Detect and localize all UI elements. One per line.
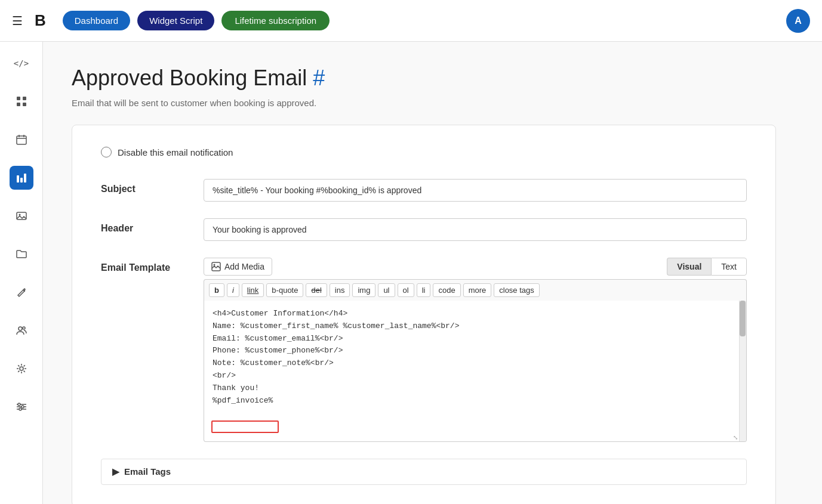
toolbar-ol[interactable]: ol [398, 283, 414, 297]
editor-textarea[interactable]: <h4>Customer Information</h4> Name: %cus… [204, 301, 746, 439]
visual-view-button[interactable]: Visual [667, 258, 711, 276]
avatar[interactable]: A [786, 9, 810, 33]
toolbar-ins[interactable]: ins [330, 283, 350, 297]
header-label: Header [101, 218, 184, 234]
toolbar-close-tags[interactable]: close tags [494, 283, 540, 297]
add-media-icon [211, 262, 221, 271]
email-tags-toggle-icon: ▶ [112, 466, 119, 477]
editor-body: <h4>Customer Information</h4> Name: %cus… [204, 301, 747, 442]
hamburger-icon[interactable]: ☰ [12, 14, 23, 28]
add-media-button[interactable]: Add Media [204, 258, 272, 276]
svg-rect-2 [17, 103, 20, 106]
sidebar-item-folder[interactable] [10, 242, 33, 266]
svg-point-13 [19, 327, 22, 330]
svg-point-15 [20, 367, 23, 370]
editor-scrollbar[interactable] [739, 301, 746, 441]
email-tags-toggle[interactable]: ▶ Email Tags [112, 466, 735, 477]
sidebar-item-settings[interactable] [10, 357, 33, 381]
email-tags-section: ▶ Email Tags [101, 459, 747, 485]
toolbar-more[interactable]: more [463, 283, 492, 297]
svg-rect-9 [20, 178, 23, 183]
main-content: Approved Booking Email # Email that will… [43, 42, 822, 504]
svg-rect-3 [23, 103, 26, 106]
subject-row: Subject [101, 179, 747, 202]
subject-input[interactable] [204, 179, 747, 202]
svg-point-21 [19, 408, 21, 410]
disable-notification-row: Disable this email notification [101, 147, 747, 157]
widget-script-button[interactable]: Widget Script [137, 11, 214, 30]
toolbar-italic[interactable]: i [227, 283, 239, 297]
svg-point-19 [18, 403, 20, 406]
editor-scrollbar-thumb [740, 301, 746, 336]
editor-toolbar: b i link b-quote del ins img ul ol li co… [204, 279, 747, 301]
svg-point-20 [21, 406, 24, 408]
page-subtitle: Email that will be sent to customer when… [72, 98, 793, 108]
svg-rect-1 [23, 97, 26, 100]
toolbar-del[interactable]: del [306, 283, 327, 297]
sidebar-item-paint[interactable] [10, 280, 33, 304]
toolbar-li[interactable]: li [417, 283, 431, 297]
header-row: Header [101, 218, 747, 241]
editor-topbar: Add Media Visual Text [204, 258, 747, 276]
toolbar-bold[interactable]: b [209, 283, 224, 297]
sidebar-item-sliders[interactable] [10, 395, 33, 419]
logo: B [35, 11, 46, 30]
svg-rect-4 [17, 136, 26, 144]
dashboard-button[interactable]: Dashboard [63, 11, 130, 30]
svg-point-23 [214, 264, 215, 266]
sidebar-item-users[interactable] [10, 319, 33, 342]
svg-rect-11 [17, 212, 26, 219]
email-tags-label: Email Tags [124, 466, 171, 477]
lifetime-subscription-button[interactable]: Lifetime subscription [221, 11, 330, 30]
sidebar-item-image[interactable] [10, 204, 33, 228]
svg-rect-8 [17, 175, 19, 183]
toolbar-code[interactable]: code [433, 283, 460, 297]
subject-label: Subject [101, 179, 184, 194]
header-input[interactable] [204, 218, 747, 241]
disable-notification-radio[interactable] [101, 147, 112, 157]
sidebar-item-chart[interactable] [10, 166, 33, 190]
sidebar-item-calendar[interactable] [10, 128, 33, 151]
toolbar-img[interactable]: img [352, 283, 375, 297]
svg-point-14 [23, 327, 25, 329]
sidebar: </> [0, 42, 43, 504]
email-form-card: Disable this email notification Subject … [72, 125, 776, 504]
disable-notification-label: Disable this email notification [118, 147, 233, 157]
toolbar-bquote[interactable]: b-quote [266, 283, 303, 297]
toolbar-link[interactable]: link [242, 283, 264, 297]
toolbar-ul[interactable]: ul [378, 283, 395, 297]
sidebar-item-grid[interactable] [10, 89, 33, 113]
email-template-row: Email Template Add Media Visual Text [101, 258, 747, 442]
topnav-right: A [786, 9, 810, 33]
topnav: ☰ B Dashboard Widget Script Lifetime sub… [0, 0, 822, 42]
email-template-editor: Add Media Visual Text b i link b-quote [204, 258, 747, 442]
sidebar-item-code[interactable]: </> [10, 51, 33, 75]
editor-resize-handle[interactable]: ⤡ [732, 434, 739, 441]
text-view-button[interactable]: Text [711, 258, 747, 276]
body-layout: </> Approved Booking Emai [0, 42, 822, 504]
svg-rect-0 [17, 97, 20, 100]
svg-rect-10 [24, 174, 26, 183]
editor-view-buttons: Visual Text [667, 258, 747, 276]
email-template-label: Email Template [101, 258, 184, 273]
page-title: Approved Booking Email # [72, 66, 793, 91]
